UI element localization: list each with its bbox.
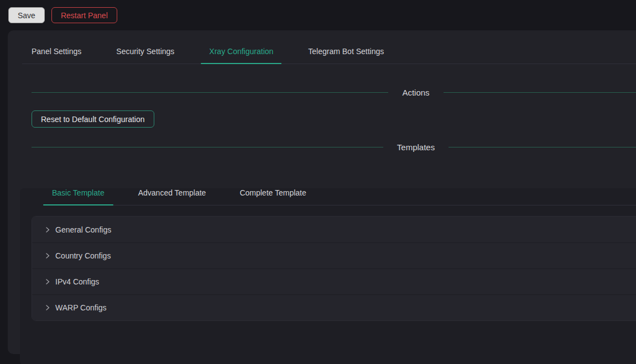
reset-default-config-button[interactable]: Reset to Default Configuration bbox=[32, 110, 154, 128]
actions-divider-label: Actions bbox=[402, 88, 429, 97]
collapse-country-configs[interactable]: Country Configs bbox=[32, 242, 636, 268]
collapse-label: IPv4 Configs bbox=[55, 277, 99, 286]
tab-complete-template[interactable]: Complete Template bbox=[231, 188, 315, 205]
template-accordion: General Configs Country Configs IPv4 Con… bbox=[32, 216, 636, 321]
tab-panel-settings[interactable]: Panel Settings bbox=[32, 47, 81, 64]
restart-panel-button[interactable]: Restart Panel bbox=[51, 7, 117, 23]
chevron-right-icon bbox=[44, 252, 51, 259]
tab-advanced-template[interactable]: Advanced Template bbox=[129, 188, 215, 205]
divider-line-right bbox=[449, 147, 636, 147]
tab-xray-configuration[interactable]: Xray Configuration bbox=[209, 47, 273, 64]
collapse-general-configs[interactable]: General Configs bbox=[32, 217, 636, 242]
tab-basic-template[interactable]: Basic Template bbox=[43, 188, 113, 205]
divider-line-left bbox=[32, 147, 383, 147]
tab-telegram-bot-settings[interactable]: Telegram Bot Settings bbox=[308, 47, 384, 64]
chevron-right-icon bbox=[44, 226, 51, 233]
divider-line-right bbox=[444, 92, 636, 93]
collapse-warp-configs[interactable]: WARP Configs bbox=[32, 294, 636, 320]
topbar: Save Restart Panel bbox=[0, 0, 636, 30]
divider-line-left bbox=[32, 92, 388, 93]
collapse-ipv4-configs[interactable]: IPv4 Configs bbox=[32, 268, 636, 294]
collapse-label: General Configs bbox=[55, 225, 111, 234]
actions-divider: Actions bbox=[8, 86, 636, 98]
templates-card: Basic Template Advanced Template Complet… bbox=[20, 188, 636, 364]
collapse-label: Country Configs bbox=[55, 251, 111, 260]
settings-card: Panel Settings Security Settings Xray Co… bbox=[8, 30, 636, 354]
chevron-right-icon bbox=[44, 278, 51, 285]
tab-security-settings[interactable]: Security Settings bbox=[116, 47, 174, 64]
templates-divider: Templates bbox=[8, 141, 636, 153]
template-tabs: Basic Template Advanced Template Complet… bbox=[43, 188, 636, 205]
collapse-label: WARP Configs bbox=[55, 303, 107, 312]
settings-tabs: Panel Settings Security Settings Xray Co… bbox=[22, 47, 636, 64]
chevron-right-icon bbox=[44, 304, 51, 311]
templates-divider-label: Templates bbox=[397, 143, 435, 152]
save-button[interactable]: Save bbox=[8, 7, 45, 23]
